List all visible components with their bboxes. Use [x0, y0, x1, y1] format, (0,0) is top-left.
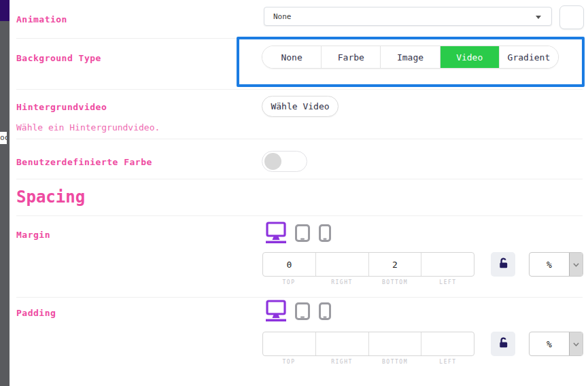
tablet-icon[interactable] [295, 224, 310, 242]
margin-sublabels: TOP RIGHT BOTTOM LEFT [262, 279, 474, 285]
spacing-heading: Spacing [16, 188, 85, 207]
custom-color-toggle[interactable] [262, 151, 307, 172]
screenshot-stage: oc Animation None Background Type None F… [0, 0, 588, 386]
margin-device-switcher [266, 222, 331, 243]
margin-input-bottom[interactable] [368, 253, 421, 276]
margin-unit-select[interactable]: % [529, 252, 583, 277]
divider [16, 297, 583, 298]
animation-select[interactable]: None [264, 7, 552, 26]
toggle-knob [264, 153, 281, 170]
padding-device-switcher [266, 300, 331, 321]
detached-mini-button[interactable] [559, 5, 584, 29]
divider [16, 139, 583, 139]
bg-type-option-image[interactable]: Image [380, 46, 439, 68]
margin-input-left[interactable] [421, 253, 474, 276]
padding-input-bottom[interactable] [368, 332, 421, 355]
padding-unit-select[interactable]: % [529, 332, 583, 356]
padding-input-group [262, 332, 474, 356]
divider [16, 179, 583, 179]
margin-lock-button[interactable] [491, 252, 515, 277]
margin-sublabel-top: TOP [262, 279, 315, 285]
margin-input-group [262, 252, 474, 277]
bg-type-option-video[interactable]: Video [440, 46, 499, 68]
desktop-icon[interactable] [266, 222, 286, 243]
phone-icon[interactable] [319, 224, 331, 242]
bg-type-option-none[interactable]: None [262, 46, 321, 68]
background-page-strip: oc [0, 0, 10, 386]
background-type-button-group: None Farbe Image Video Gradient [262, 46, 559, 69]
background-type-label: Background Type [16, 53, 101, 63]
settings-panel: Animation None Background Type None Farb… [10, 0, 588, 386]
unlocked-icon [497, 336, 510, 351]
custom-color-label: Benutzerdefinierte Farbe [16, 157, 152, 167]
bg-type-option-farbe[interactable]: Farbe [321, 46, 380, 68]
padding-label: Padding [16, 308, 56, 318]
tablet-icon[interactable] [295, 302, 310, 320]
unlocked-icon [497, 257, 510, 272]
padding-sublabels: TOP RIGHT BOTTOM LEFT [262, 359, 474, 365]
desktop-icon[interactable] [266, 300, 286, 321]
margin-unit-value: % [530, 253, 569, 276]
margin-sublabel-right: RIGHT [315, 279, 368, 285]
chevron-down-icon [569, 332, 583, 355]
padding-sublabel-top: TOP [262, 359, 315, 365]
margin-sublabel-left: LEFT [421, 279, 474, 285]
background-video-description: Wähle ein Hintergrundvideo. [16, 122, 160, 133]
chevron-down-icon [569, 253, 583, 276]
margin-sublabel-bottom: BOTTOM [368, 279, 421, 285]
padding-input-left[interactable] [421, 332, 474, 355]
select-caret-icon [536, 16, 541, 19]
divider [16, 215, 583, 216]
animation-select-value: None [264, 12, 292, 21]
choose-video-button[interactable]: Wähle Video [262, 96, 339, 117]
margin-label: Margin [16, 230, 50, 240]
background-page-header-fragment [0, 0, 10, 21]
animation-label: Animation [16, 14, 67, 24]
padding-input-right[interactable] [315, 332, 368, 355]
margin-input-right[interactable] [315, 253, 368, 276]
divider [16, 89, 583, 90]
padding-sublabel-left: LEFT [421, 359, 474, 365]
margin-input-top[interactable] [263, 253, 315, 276]
background-page-text-fragment: oc [0, 132, 7, 144]
padding-sublabel-right: RIGHT [315, 359, 368, 365]
padding-lock-button[interactable] [491, 332, 515, 356]
padding-input-top[interactable] [263, 332, 315, 355]
padding-sublabel-bottom: BOTTOM [368, 359, 421, 365]
padding-unit-value: % [530, 332, 569, 355]
background-video-label: Hintergrundvideo [16, 102, 107, 112]
phone-icon[interactable] [319, 302, 331, 320]
bg-type-option-gradient[interactable]: Gradient [499, 46, 558, 68]
